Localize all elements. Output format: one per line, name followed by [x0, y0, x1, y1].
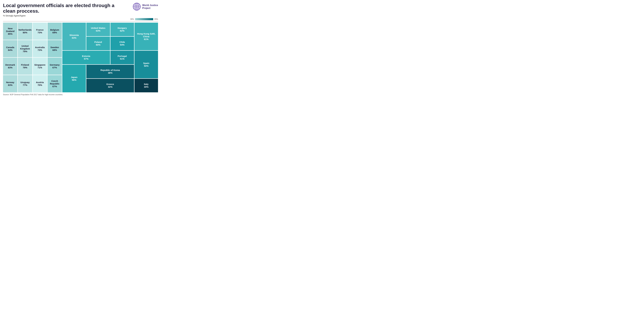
cell-finland: Finland 79%	[18, 58, 32, 75]
col-2: Netherlands 80% United Kingdom 79% Finla…	[18, 23, 32, 92]
header-row: Local government officials are elected t…	[3, 3, 158, 17]
right-section: Slovenia 63% United States 63% Hungary 6…	[62, 23, 158, 92]
cell-denmark: Denmark 83%	[3, 58, 17, 75]
cell-belgium: Belgium 69%	[48, 23, 62, 40]
cell-chile: Chile 54%	[110, 37, 134, 50]
cell-new-zealand: New Zealand 85%	[3, 23, 17, 40]
cell-sweden: Sweden 68%	[48, 40, 62, 57]
cell-poland: Poland 60%	[86, 37, 110, 50]
cell-portugal: Portugal 51%	[110, 51, 134, 64]
main-container: Local government officials are elected t…	[0, 0, 161, 97]
col-3: France 73% Australia 73% Singapore 71% A…	[33, 23, 47, 92]
cell-italy: Italy 30%	[134, 79, 158, 92]
logo-block: World Justice Project	[128, 3, 158, 10]
cell-spain: Spain 50%	[134, 51, 158, 78]
title-block: Local government officials are elected t…	[3, 3, 128, 17]
subtitle: % Strongly Agree/Agree	[3, 14, 128, 17]
cell-singapore: Singapore 71%	[33, 58, 47, 75]
cell-japan: Japan 56%	[62, 65, 86, 92]
col-4: Belgium 69% Sweden 68% Germany 67% Czech…	[48, 23, 62, 92]
cell-united-states: United States 63%	[86, 23, 110, 36]
legend-low-label: 30%	[130, 18, 134, 20]
cell-netherlands: Netherlands 80%	[18, 23, 32, 40]
cell-slovenia: Slovenia 63%	[62, 23, 86, 50]
left-section: New Zealand 85% Canada 84% Denmark 83% N…	[3, 23, 62, 92]
cell-korea: Republic of Korea 38%	[86, 65, 134, 78]
cell-germany: Germany 67%	[48, 58, 62, 75]
cell-czech: Czech Republic 67%	[48, 75, 62, 92]
cell-uruguay: Uruguay 77%	[18, 75, 32, 92]
legend-gradient	[135, 18, 153, 20]
cell-estonia: Estonia 57%	[62, 51, 110, 64]
divider	[3, 21, 158, 22]
cell-greece: Greece 32%	[86, 79, 134, 92]
cell-uk: United Kingdom 79%	[18, 40, 32, 57]
cell-hungary: Hungary 62%	[110, 23, 134, 36]
source-text: Source: WJP General Population Poll 2017…	[3, 94, 158, 96]
cell-hongkong: Hong Kong SAR, China 61%	[134, 23, 158, 50]
cell-austria: Austria 70%	[33, 75, 47, 92]
cell-france: France 73%	[33, 23, 47, 40]
cell-canada: Canada 84%	[3, 40, 17, 57]
cell-australia: Australia 73%	[33, 40, 47, 57]
legend-high-label: 85%	[154, 18, 158, 20]
wjp-logo-icon	[133, 3, 141, 10]
cell-norway: Norway 83%	[3, 75, 17, 92]
logo-text: World Justice Project	[142, 4, 158, 10]
col-1: New Zealand 85% Canada 84% Denmark 83% N…	[3, 23, 17, 92]
main-title: Local government officials are elected t…	[3, 3, 128, 14]
treemap: New Zealand 85% Canada 84% Denmark 83% N…	[3, 23, 158, 92]
